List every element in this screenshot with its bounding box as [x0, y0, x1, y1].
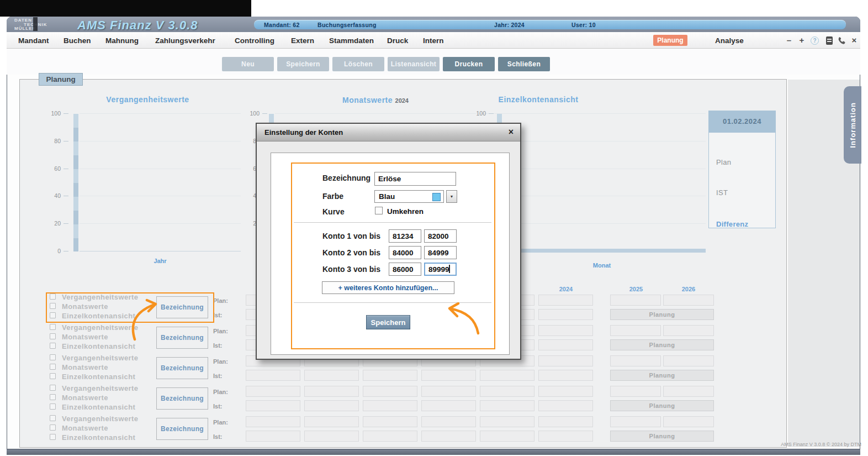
page-tab-planung[interactable]: Planung	[39, 73, 83, 86]
ist-value-cell[interactable]	[538, 339, 593, 350]
ist-value-cell[interactable]	[304, 431, 359, 442]
ist-value-cell[interactable]	[363, 431, 417, 442]
plan-value-cell[interactable]	[480, 416, 534, 427]
ist-value-cell[interactable]	[538, 370, 593, 381]
plan-value-cell[interactable]	[363, 416, 417, 427]
checkbox-vergangenheitswerte[interactable]	[50, 324, 56, 330]
farbe-dropdown-arrow-icon[interactable]: ▼	[446, 190, 457, 203]
speichern-button[interactable]: Speichern	[277, 57, 329, 71]
checkbox-vergangenheitswerte[interactable]	[50, 354, 56, 360]
schlie-en-button[interactable]: Schließen	[498, 57, 550, 71]
menu-item-planung[interactable]: Planung	[653, 35, 687, 46]
checkbox-einzelkontenansicht[interactable]	[50, 343, 56, 349]
ist-value-cell[interactable]	[246, 370, 300, 381]
plan-year-cell[interactable]	[610, 386, 661, 397]
menu-item-mandant[interactable]: Mandant	[18, 36, 49, 45]
phone-icon[interactable]	[837, 36, 846, 45]
plan-year-cell[interactable]	[663, 386, 714, 397]
information-side-tab[interactable]: Information	[844, 86, 861, 164]
plan-value-cell[interactable]	[304, 416, 359, 427]
ist-value-cell[interactable]	[480, 400, 534, 411]
umkehren-checkbox[interactable]	[375, 207, 383, 214]
ist-value-cell[interactable]	[421, 400, 476, 411]
dialog-title-bar[interactable]: Einstellung der Konten ×	[257, 124, 520, 141]
ist-value-cell[interactable]	[421, 370, 476, 381]
ist-value-cell[interactable]	[538, 431, 593, 442]
checkbox-einzelkontenansicht[interactable]	[50, 373, 56, 379]
konto-2-bis-input[interactable]	[424, 246, 457, 259]
checkbox-einzelkontenansicht[interactable]	[50, 403, 56, 410]
konto-1-bis-input[interactable]	[424, 229, 457, 243]
ist-value-cell[interactable]	[363, 400, 417, 411]
plan-value-cell[interactable]	[246, 386, 300, 397]
planung-button[interactable]: Planung	[610, 309, 714, 320]
dialog-save-button[interactable]: Speichern	[366, 315, 410, 329]
minimize-icon[interactable]: –	[784, 35, 794, 45]
plan-value-cell[interactable]	[246, 416, 300, 427]
bezeichnung-button[interactable]: Bezeichnung	[156, 418, 208, 440]
bezeichnung-input[interactable]	[374, 172, 456, 186]
plan-year-cell[interactable]	[663, 325, 714, 336]
ist-value-cell[interactable]	[538, 309, 593, 320]
bezeichnung-button[interactable]: Bezeichnung	[156, 387, 208, 410]
plan-year-cell[interactable]	[610, 355, 661, 366]
menu-item-extern[interactable]: Extern	[291, 36, 314, 45]
l-schen-button[interactable]: Löschen	[332, 57, 384, 71]
plan-value-cell[interactable]	[538, 386, 593, 397]
ist-value-cell[interactable]	[421, 431, 476, 442]
planung-button[interactable]: Planung	[610, 370, 714, 381]
menu-item-intern[interactable]: Intern	[423, 36, 444, 45]
ist-value-cell[interactable]	[246, 400, 300, 411]
help-icon[interactable]: ?	[811, 36, 819, 45]
window-close-icon[interactable]: ×	[849, 35, 859, 45]
plan-year-cell[interactable]	[610, 295, 661, 306]
menu-item-zahlungsverkehr[interactable]: Zahlungsverkehr	[155, 36, 215, 45]
plan-value-cell[interactable]	[421, 416, 476, 427]
checkbox-monatswerte[interactable]	[50, 424, 56, 431]
plan-value-cell[interactable]	[538, 355, 593, 366]
konto-3-bis-input[interactable]	[424, 263, 457, 276]
checkbox-einzelkontenansicht[interactable]	[50, 434, 56, 440]
dialog-close-icon[interactable]: ×	[509, 127, 514, 137]
plan-year-cell[interactable]	[610, 416, 661, 427]
ist-value-cell[interactable]	[304, 400, 359, 411]
plan-value-cell[interactable]	[480, 386, 534, 397]
planung-button[interactable]: Planung	[610, 400, 714, 411]
planung-button[interactable]: Planung	[610, 431, 714, 442]
ist-value-cell[interactable]	[363, 370, 417, 381]
plan-value-cell[interactable]	[538, 325, 593, 336]
plan-value-cell[interactable]	[304, 386, 359, 397]
ist-value-cell[interactable]	[246, 431, 300, 442]
ist-value-cell[interactable]	[304, 370, 359, 381]
plan-value-cell[interactable]	[363, 386, 417, 397]
add-konto-button[interactable]: + weiteres Konto hinzufügen...	[322, 281, 454, 294]
plan-year-cell[interactable]	[610, 325, 661, 336]
planung-button[interactable]: Planung	[610, 339, 714, 350]
checkbox-vergangenheitswerte[interactable]	[50, 415, 56, 421]
menu-item-druck[interactable]: Druck	[387, 36, 408, 45]
plan-value-cell[interactable]	[538, 295, 593, 306]
konto-3-von-input[interactable]	[389, 263, 421, 276]
plan-year-cell[interactable]	[663, 295, 714, 306]
plan-value-cell[interactable]	[421, 386, 476, 397]
menu-item-stammdaten[interactable]: Stammdaten	[329, 36, 374, 45]
plan-year-cell[interactable]	[663, 355, 714, 366]
neu-button[interactable]: Neu	[222, 57, 274, 71]
plan-year-cell[interactable]	[663, 416, 714, 427]
konto-2-von-input[interactable]	[389, 246, 421, 259]
listenansicht-button[interactable]: Listenansicht	[388, 57, 440, 71]
ist-value-cell[interactable]	[538, 400, 593, 411]
notebook-icon[interactable]	[826, 36, 833, 45]
menu-item-buchen[interactable]: Buchen	[63, 36, 91, 45]
maximize-icon[interactable]: +	[797, 35, 807, 45]
farbe-select[interactable]: Blau	[374, 190, 444, 203]
ist-value-cell[interactable]	[480, 370, 534, 381]
checkbox-vergangenheitswerte[interactable]	[50, 385, 56, 391]
menu-item-mahnung[interactable]: Mahnung	[105, 36, 139, 45]
drucken-button[interactable]: Drucken	[443, 57, 495, 71]
menu-item-controlling[interactable]: Controlling	[235, 36, 274, 45]
ist-value-cell[interactable]	[480, 431, 534, 442]
plan-value-cell[interactable]	[538, 416, 593, 427]
checkbox-monatswerte[interactable]	[50, 333, 56, 339]
menu-item-analyse[interactable]: Analyse	[715, 36, 744, 45]
